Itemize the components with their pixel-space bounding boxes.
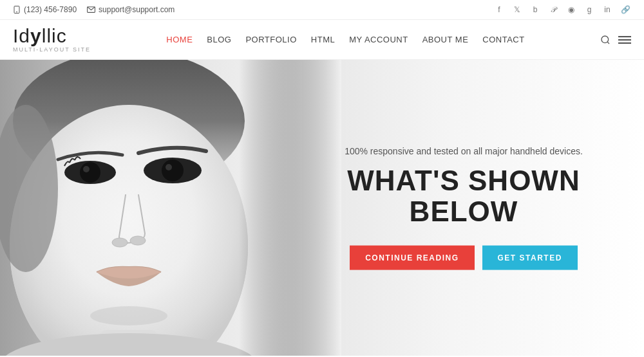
svg-point-3 [601, 36, 609, 43]
email-icon [87, 6, 95, 13]
svg-line-4 [607, 42, 609, 44]
hero-title: WHAT'S SHOWN BELOW [322, 165, 605, 228]
search-icon[interactable] [600, 35, 611, 45]
nav-html[interactable]: HTML [311, 35, 335, 44]
get-started-button[interactable]: GET STARTED [482, 245, 578, 270]
social-pinterest[interactable]: 𝒫 [547, 4, 559, 15]
logo-name: Idyllic [13, 26, 91, 46]
hero-face-image [0, 60, 341, 356]
menu-icon[interactable] [618, 35, 631, 45]
svg-rect-1 [16, 12, 17, 12]
svg-rect-24 [0, 60, 341, 356]
hero-content: 100% responsive and tested on all major … [322, 146, 605, 270]
nav-about-me[interactable]: ABOUT ME [422, 35, 469, 44]
hero-section: 100% responsive and tested on all major … [0, 60, 644, 356]
email-address: support@support.com [99, 5, 175, 14]
hero-buttons: CONTINUE READING GET STARTED [322, 245, 605, 270]
social-blogger[interactable]: b [529, 4, 541, 15]
social-facebook[interactable]: f [493, 4, 505, 15]
hero-subtitle: 100% responsive and tested on all major … [322, 146, 605, 156]
nav-my-account[interactable]: MY ACCOUNT [349, 35, 408, 44]
social-google[interactable]: g [583, 4, 595, 15]
nav-icons [600, 35, 631, 45]
navbar: Idyllic Multi-Layout Site HOME BLOG PORT… [0, 20, 644, 60]
top-bar-left: (123) 456-7890 support@support.com [13, 5, 175, 14]
social-circle[interactable]: ◉ [565, 4, 577, 15]
nav-links: HOME BLOG PORTFOLIO HTML MY ACCOUNT ABOU… [166, 35, 524, 44]
logo-tagline: Multi-Layout Site [13, 46, 91, 53]
phone-info: (123) 456-7890 [13, 5, 77, 14]
nav-contact[interactable]: CONTACT [482, 35, 524, 44]
logo[interactable]: Idyllic Multi-Layout Site [13, 26, 91, 53]
nav-blog[interactable]: BLOG [207, 35, 231, 44]
email-info: support@support.com [87, 5, 175, 14]
phone-icon [13, 6, 21, 14]
continue-reading-button[interactable]: CONTINUE READING [350, 245, 474, 270]
nav-home[interactable]: HOME [166, 35, 193, 44]
phone-number: (123) 456-7890 [24, 5, 77, 14]
social-linkedin1[interactable]: in [601, 4, 613, 15]
social-twitter[interactable]: 𝕏 [511, 4, 523, 15]
social-links: f 𝕏 b 𝒫 ◉ g in 🔗 [493, 4, 631, 15]
nav-portfolio[interactable]: PORTFOLIO [245, 35, 296, 44]
social-linkedin2[interactable]: 🔗 [620, 4, 631, 15]
top-bar: (123) 456-7890 support@support.com f 𝕏 b… [0, 0, 644, 20]
